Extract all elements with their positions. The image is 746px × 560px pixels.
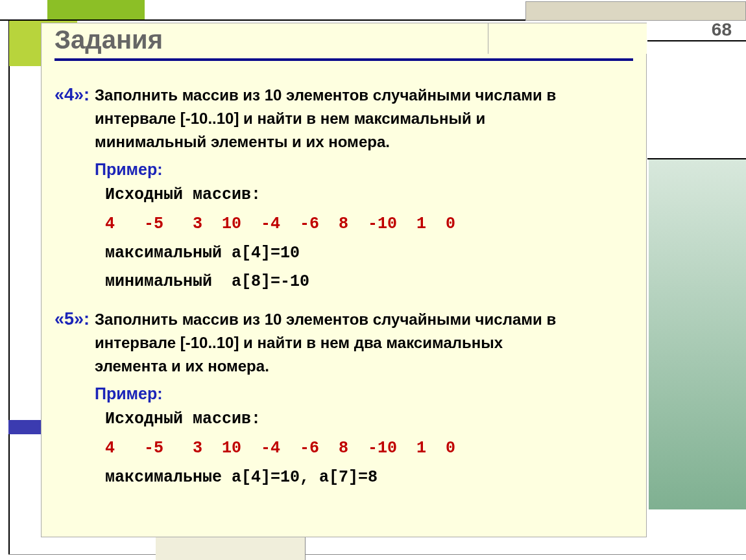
task-4-text-line2: интервале [-10..10] и найти в нем максим… [95, 107, 633, 130]
task-4: «4»: Заполнить массив из 10 элементов сл… [54, 84, 633, 295]
title-underline [54, 58, 633, 61]
decor-left-vline [8, 21, 10, 555]
decor-top-right-beige [525, 1, 746, 21]
decor-left-blue [8, 420, 41, 434]
decor-top-green [47, 0, 145, 19]
task-4-src-label: Исходный массив: [105, 183, 633, 208]
task-5-text-line1: Заполнить массив из 10 элементов случайн… [95, 308, 556, 331]
task-4-min-line: минимальный a[8]=-10 [105, 270, 633, 295]
page-number: 68 [712, 19, 732, 40]
task-4-grade: «4»: [54, 85, 90, 105]
task-5-max-line: максимальные a[4]=10, a[7]=8 [105, 465, 633, 491]
task-4-max-line: максимальный a[4]=10 [105, 241, 633, 266]
decor-right-gradient [649, 159, 746, 509]
task-5-src-label: Исходный массив: [105, 407, 633, 432]
task-5-array: 4 -5 3 10 -4 -6 8 -10 1 0 [105, 439, 455, 458]
task-5-text-line3: элемента и их номера. [95, 355, 633, 378]
task-5: «5»: Заполнить массив из 10 элементов сл… [54, 308, 633, 490]
task-4-array: 4 -5 3 10 -4 -6 8 -10 1 0 [105, 215, 455, 233]
task-5-grade: «5»: [54, 309, 90, 329]
task-4-text-line1: Заполнить массив из 10 элементов случайн… [95, 84, 556, 107]
task-5-example-label: Пример: [95, 384, 633, 403]
task-4-text-line3: минимальный элементы и их номера. [95, 130, 633, 154]
decor-line-right-2 [647, 158, 746, 159]
task-5-text-line2: интервале [-10..10] и найти в нем два ма… [95, 331, 633, 355]
slide-content: Задания «4»: Заполнить массив из 10 элем… [41, 23, 647, 537]
task-4-example-label: Пример: [95, 160, 633, 179]
decor-line-right-1 [647, 40, 746, 41]
decor-bottom-line [8, 554, 746, 555]
decor-inset-box [488, 23, 647, 54]
decor-bottom-beige [156, 536, 306, 560]
